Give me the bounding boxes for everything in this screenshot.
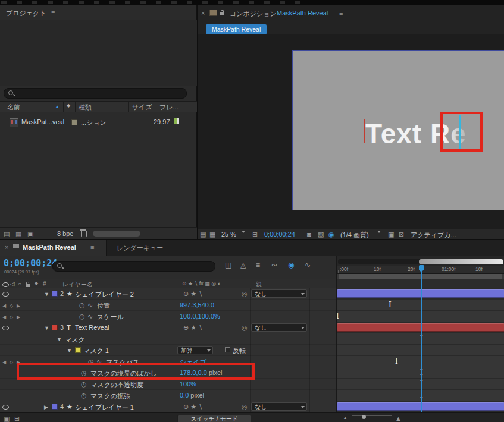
current-timecode[interactable]: 0;00;00;24 xyxy=(4,258,57,269)
keyframe-marker[interactable]: I xyxy=(389,301,392,309)
column-type[interactable]: 種類 xyxy=(79,103,92,112)
composition-flowchart-icon[interactable]: ◫ xyxy=(225,261,231,269)
property-value[interactable]: 997.3,540.0 xyxy=(180,301,214,308)
layer-row[interactable]: ▼3TText Reveal⊕ ★ ∖◎なし xyxy=(0,322,336,333)
frame-blend-icon[interactable]: ∾ xyxy=(271,261,277,269)
twirl-icon[interactable]: ▼ xyxy=(44,291,49,297)
prop-row[interactable]: ◀◇▶◷∿スケール100.0,100.0% xyxy=(0,311,336,322)
timeline-tab-title[interactable]: MaskPath Reveal xyxy=(23,244,76,251)
visibility-eye-icon[interactable] xyxy=(2,292,9,297)
add-keyframe-icon[interactable]: ◇ xyxy=(10,303,13,308)
add-keyframe-icon[interactable]: ◇ xyxy=(10,360,13,365)
group-row[interactable]: ▼マスク xyxy=(0,333,336,345)
parent-pickwhip-icon[interactable]: ◎ xyxy=(242,324,248,332)
layer-name-column[interactable]: レイヤー名 xyxy=(62,281,93,289)
close-icon[interactable]: × xyxy=(5,244,8,251)
draft-3d-icon[interactable]: ◬ xyxy=(240,261,246,269)
graph-editor-icon[interactable]: ∿ xyxy=(305,261,311,269)
column-divider[interactable] xyxy=(63,102,64,112)
timeline-search-input[interactable] xyxy=(52,261,215,272)
twirl-icon[interactable]: ▶ xyxy=(44,404,48,410)
timeline-lane[interactable]: I xyxy=(337,311,504,322)
cti-head[interactable] xyxy=(419,265,424,270)
live-update-icon[interactable]: ▣ xyxy=(4,415,10,422)
mask-mode-dropdown[interactable]: 加算 xyxy=(177,346,213,354)
composition-canvas[interactable]: Text Re xyxy=(292,50,504,210)
tab-label[interactable]: コンポジション xyxy=(230,10,277,18)
layer-duration-bar[interactable] xyxy=(337,402,504,411)
shy-layers-icon[interactable]: ≡ xyxy=(256,261,260,269)
column-divider[interactable] xyxy=(156,102,156,112)
next-keyframe-icon[interactable]: ▶ xyxy=(17,303,20,308)
monitor-icon[interactable]: ▤ xyxy=(200,231,206,238)
timeline-lane[interactable]: I xyxy=(337,333,504,345)
timeline-lane[interactable]: I xyxy=(337,300,504,311)
stopwatch-icon[interactable]: ◷ xyxy=(81,392,87,399)
resolution-select[interactable]: (1/4 画質) xyxy=(340,231,369,240)
prev-keyframe-icon[interactable]: ◀ xyxy=(2,360,6,365)
viewer-subtab[interactable]: MaskPath Reveal xyxy=(206,24,267,34)
layer-name[interactable]: シェイプレイヤー 1 xyxy=(75,403,134,412)
transparency-grid-icon[interactable]: ▨ xyxy=(318,231,324,238)
visibility-eye-icon[interactable] xyxy=(2,405,9,410)
layer-switches[interactable]: ⊕ ★ ∖ xyxy=(183,403,202,411)
sort-asc-icon[interactable]: ▲ xyxy=(55,104,60,109)
chevron-down-icon[interactable] xyxy=(301,327,305,329)
label-color-chip[interactable] xyxy=(52,325,58,330)
label-color-chip[interactable] xyxy=(52,404,58,410)
mask-name[interactable]: マスク 1 xyxy=(83,347,109,355)
prev-keyframe-icon[interactable]: ◀ xyxy=(2,303,6,308)
prop-row[interactable]: ◷マスクの不透明度100% xyxy=(0,379,336,390)
keyframe-marker[interactable]: I xyxy=(395,357,398,366)
lock-icon[interactable] xyxy=(220,12,224,15)
switches-modes-button[interactable]: スイッチ / モード xyxy=(177,415,251,422)
camera-snapshot-icon[interactable]: ◙ xyxy=(307,231,311,238)
layer-row[interactable]: ▶4★シェイプレイヤー 1⊕ ★ ∖◎なし xyxy=(0,401,336,412)
prop-row[interactable]: ◷マスクの拡張0.0 pixel xyxy=(0,390,336,401)
item-label-chip[interactable] xyxy=(71,119,77,125)
zoom-out-icon[interactable]: ▴ xyxy=(344,415,346,420)
property-graph-icon[interactable]: ∿ xyxy=(87,301,93,309)
visibility-eye-icon[interactable] xyxy=(2,326,9,330)
property-name[interactable]: 位置 xyxy=(97,301,110,310)
parent-dropdown[interactable]: なし xyxy=(251,323,307,332)
parent-pickwhip-icon[interactable]: ◎ xyxy=(242,403,248,411)
current-time-indicator[interactable] xyxy=(421,266,422,412)
group-name[interactable]: マスク xyxy=(65,335,85,344)
chevron-down-icon[interactable] xyxy=(301,406,305,408)
property-graph-icon[interactable]: ∿ xyxy=(87,313,93,320)
next-keyframe-icon[interactable]: ▶ xyxy=(17,314,20,320)
interpret-footage-icon[interactable]: ▤ xyxy=(4,230,10,238)
column-fps[interactable]: フレ... xyxy=(159,103,179,112)
keyframe-marker[interactable]: I xyxy=(337,312,339,320)
close-icon[interactable]: × xyxy=(201,10,205,17)
active-camera-select[interactable]: アクティブカ... xyxy=(411,231,456,240)
time-navigator-thumb[interactable] xyxy=(419,259,503,264)
monitor2-icon[interactable]: ▦ xyxy=(209,231,215,238)
parent-column[interactable]: 親 xyxy=(256,281,262,289)
chevron-down-icon[interactable] xyxy=(242,231,245,233)
stopwatch-icon[interactable]: ◷ xyxy=(79,313,85,320)
channel-settings-icon[interactable]: ◉ xyxy=(328,231,334,238)
property-name[interactable]: マスクの拡張 xyxy=(90,392,130,401)
viewer-timecode[interactable]: 0;00;00;24 xyxy=(264,231,295,238)
timeline-lane[interactable] xyxy=(337,322,504,333)
work-area-bar[interactable] xyxy=(337,274,504,279)
panel-menu-icon[interactable]: ≡ xyxy=(90,244,94,251)
timeline-lane[interactable]: I xyxy=(337,367,504,379)
item-name[interactable]: MaskPat...veal xyxy=(21,118,64,125)
chevron-down-icon[interactable] xyxy=(377,231,381,233)
roi-icon[interactable]: ⊠ xyxy=(399,231,404,238)
timeline-lane[interactable] xyxy=(337,401,504,412)
column-size[interactable]: サイズ xyxy=(132,103,152,112)
property-name[interactable]: マスクの不透明度 xyxy=(90,380,143,389)
expand-icon[interactable]: ⊞ xyxy=(14,415,20,422)
timeline-tab[interactable]: × MaskPath Reveal ≡ xyxy=(0,240,107,256)
new-composition-icon[interactable]: ▣ xyxy=(27,230,33,238)
layer-duration-bar[interactable] xyxy=(337,323,504,332)
new-folder-icon[interactable]: ▦ xyxy=(15,230,21,238)
timeline-lane[interactable]: I xyxy=(337,390,504,401)
twirl-icon[interactable]: ▼ xyxy=(44,325,49,331)
label-column-icon[interactable]: ◆ xyxy=(67,103,70,108)
chevron-down-icon[interactable] xyxy=(207,349,211,352)
